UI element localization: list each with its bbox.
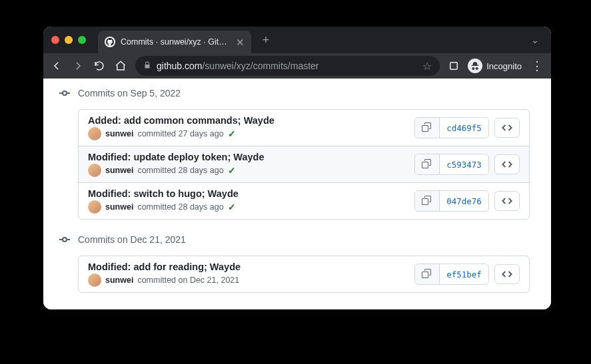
lock-icon <box>143 61 151 71</box>
page-content: Commits on Sep 5, 2022 Added: add common… <box>43 79 551 309</box>
commit-row: Modified: add for reading; Wayde sunwei … <box>79 256 529 292</box>
author-avatar[interactable] <box>88 164 101 177</box>
commit-row: Added: add common commands; Wayde sunwei… <box>79 110 529 146</box>
commit-group-date: Commits on Sep 5, 2022 <box>78 88 181 98</box>
browser-tab[interactable]: Commits · sunwei/xyz · GitHub ✕ <box>98 31 251 53</box>
commit-actions: c593473 <box>414 154 520 175</box>
sha-button-group: ef51bef <box>414 264 489 285</box>
commit-info: Modified: update deploy token; Wayde sun… <box>88 152 414 177</box>
bookmark-star-icon[interactable]: ☆ <box>422 60 432 73</box>
commit-meta: sunwei committed 28 days ago ✓ <box>88 200 414 214</box>
new-tab-button[interactable]: + <box>257 31 275 49</box>
commit-time: committed 27 days ago <box>137 129 223 138</box>
url-text: github.com/sunwei/xyz/commits/master <box>157 61 417 71</box>
incognito-icon <box>468 59 482 73</box>
svg-point-4 <box>63 238 67 242</box>
commit-info: Added: add common commands; Wayde sunwei… <box>88 115 414 140</box>
incognito-indicator[interactable]: Incognito <box>468 59 522 73</box>
tabs-dropdown-icon[interactable]: ⌄ <box>527 35 543 45</box>
author-avatar[interactable] <box>88 200 101 214</box>
commit-title-link[interactable]: Modified: update deploy token; Wayde <box>88 152 414 162</box>
commit-title-link[interactable]: Added: add common commands; Wayde <box>88 115 414 126</box>
status-check-icon[interactable]: ✓ <box>228 165 236 176</box>
sha-button-group: cd469f5 <box>414 117 489 138</box>
commit-info: Modified: add for reading; Wayde sunwei … <box>88 262 414 287</box>
commit-sha-link[interactable]: ef51bef <box>439 264 488 284</box>
back-button[interactable] <box>50 59 63 73</box>
author-link[interactable]: sunwei <box>105 166 133 175</box>
commit-sha-link[interactable]: c593473 <box>439 154 488 174</box>
commits-timeline: Commits on Sep 5, 2022 Added: add common… <box>43 79 540 309</box>
commit-meta: sunwei committed 28 days ago ✓ <box>88 164 414 177</box>
browse-code-button[interactable] <box>494 118 520 138</box>
incognito-label: Incognito <box>486 61 522 71</box>
commit-title-link[interactable]: Modified: switch to hugo; Wayde <box>88 188 414 199</box>
commit-actions: ef51bef <box>414 264 520 285</box>
maximize-window-button[interactable] <box>78 36 86 44</box>
commit-row: Modified: switch to hugo; Wayde sunwei c… <box>79 182 529 219</box>
author-link[interactable]: sunwei <box>105 275 133 285</box>
commit-row: Modified: update deploy token; Wayde sun… <box>79 146 529 182</box>
commit-meta: sunwei committed 27 days ago ✓ <box>88 127 414 140</box>
commit-node-icon <box>59 88 70 98</box>
commit-actions: cd469f5 <box>414 117 520 138</box>
commit-time: committed on Dec 21, 2021 <box>137 275 239 285</box>
commit-group-date: Commits on Dec 21, 2021 <box>78 234 186 245</box>
copy-sha-button[interactable] <box>415 264 439 284</box>
commit-group: Commits on Dec 21, 2021 Modified: add fo… <box>59 230 530 293</box>
commit-node-icon <box>59 234 70 245</box>
browse-code-button[interactable] <box>494 191 520 211</box>
author-avatar[interactable] <box>88 273 101 287</box>
commit-group-header: Commits on Sep 5, 2022 <box>59 84 530 102</box>
title-bar: Commits · sunwei/xyz · GitHub ✕ + ⌄ <box>43 27 551 53</box>
commit-time: committed 28 days ago <box>137 166 223 175</box>
home-button[interactable] <box>114 59 127 73</box>
reload-button[interactable] <box>93 59 106 73</box>
commit-group-header: Commits on Dec 21, 2021 <box>59 230 530 249</box>
copy-sha-button[interactable] <box>415 118 439 138</box>
extensions-icon[interactable] <box>448 60 460 72</box>
github-favicon-icon <box>105 37 115 47</box>
browse-code-button[interactable] <box>494 264 520 284</box>
author-link[interactable]: sunwei <box>105 202 133 212</box>
commit-sha-link[interactable]: cd469f5 <box>439 118 488 138</box>
window-controls <box>51 36 86 44</box>
author-avatar[interactable] <box>88 127 101 140</box>
menu-kebab-icon[interactable]: ⋮ <box>530 59 544 73</box>
browser-window: Commits · sunwei/xyz · GitHub ✕ + ⌄ gith… <box>43 27 551 309</box>
commit-list: Added: add common commands; Wayde sunwei… <box>78 109 530 220</box>
commit-title-link[interactable]: Modified: add for reading; Wayde <box>88 262 414 272</box>
address-bar[interactable]: github.com/sunwei/xyz/commits/master ☆ <box>135 56 440 76</box>
close-window-button[interactable] <box>51 36 59 44</box>
url-bar: github.com/sunwei/xyz/commits/master ☆ I… <box>43 53 551 79</box>
status-check-icon[interactable]: ✓ <box>228 202 236 212</box>
author-link[interactable]: sunwei <box>105 129 133 138</box>
commit-sha-link[interactable]: 047de76 <box>439 191 488 211</box>
sha-button-group: c593473 <box>414 154 489 175</box>
forward-button[interactable] <box>71 59 85 73</box>
tab-title: Commits · sunwei/xyz · GitHub <box>121 37 231 47</box>
commit-actions: 047de76 <box>414 190 520 212</box>
copy-sha-button[interactable] <box>415 154 439 174</box>
commit-info: Modified: switch to hugo; Wayde sunwei c… <box>88 188 414 214</box>
commit-time: committed 28 days ago <box>137 202 223 212</box>
minimize-window-button[interactable] <box>65 36 73 44</box>
commit-list: Modified: add for reading; Wayde sunwei … <box>78 256 530 293</box>
commit-group: Commits on Sep 5, 2022 Added: add common… <box>59 84 530 220</box>
browse-code-button[interactable] <box>494 154 520 174</box>
sha-button-group: 047de76 <box>414 190 489 212</box>
svg-point-1 <box>63 91 67 95</box>
status-check-icon[interactable]: ✓ <box>228 128 236 139</box>
commit-meta: sunwei committed on Dec 21, 2021 <box>88 273 414 287</box>
close-tab-icon[interactable]: ✕ <box>236 37 245 47</box>
svg-rect-0 <box>450 63 458 70</box>
copy-sha-button[interactable] <box>415 191 439 211</box>
